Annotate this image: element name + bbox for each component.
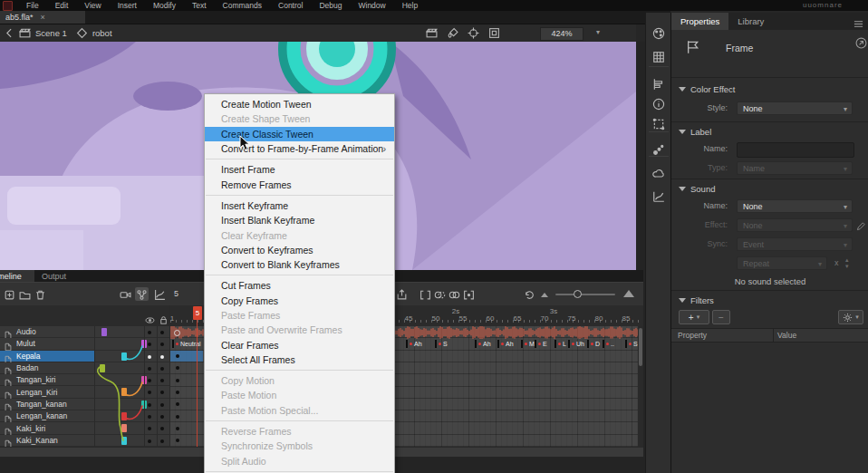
zoom-in-frames-icon[interactable] bbox=[623, 290, 634, 297]
frame-label-ah[interactable]: Ah bbox=[497, 339, 514, 349]
close-icon[interactable]: × bbox=[41, 13, 45, 22]
brushes-icon[interactable] bbox=[652, 143, 665, 156]
layer-name-zone[interactable]: Kaki_kiri bbox=[0, 422, 94, 433]
new-folder-button[interactable] bbox=[19, 288, 31, 300]
new-layer-button[interactable] bbox=[4, 288, 15, 300]
eye-icon[interactable] bbox=[145, 313, 155, 323]
document-tab[interactable]: ab5.fla* × bbox=[0, 11, 85, 24]
playhead[interactable]: 5 bbox=[193, 306, 202, 320]
menu-item-select-all-frames[interactable]: Select All Frames bbox=[205, 352, 394, 367]
onion-skin-button[interactable] bbox=[434, 288, 446, 300]
panel-menu-icon[interactable] bbox=[854, 16, 863, 26]
empty-keyframe-icon[interactable] bbox=[174, 330, 180, 336]
menu-control[interactable]: Control bbox=[270, 0, 311, 11]
menu-edit[interactable]: Edit bbox=[47, 0, 77, 11]
breadcrumb-symbol[interactable]: robot bbox=[92, 28, 112, 38]
frame-label-l[interactable]: L bbox=[555, 339, 566, 349]
menu-item-copy-frames[interactable]: Copy Frames bbox=[205, 294, 394, 308]
menu-item-convert-to-frame-by-frame-animation[interactable]: Convert to Frame-by-Frame Animation› bbox=[205, 141, 394, 156]
add-filter-button[interactable]: +▾ bbox=[679, 310, 709, 324]
zoom-out-frames-icon[interactable] bbox=[541, 293, 548, 297]
menu-item-create-motion-tween[interactable]: Create Motion Tween bbox=[205, 97, 394, 111]
back-icon[interactable] bbox=[4, 27, 15, 39]
frame-label-s[interactable]: S bbox=[625, 339, 638, 349]
menu-window[interactable]: Window bbox=[350, 0, 393, 11]
breadcrumb-scene[interactable]: Scene 1 bbox=[35, 28, 67, 38]
transform-icon[interactable] bbox=[652, 118, 665, 130]
menu-item-clear-frames[interactable]: Clear Frames bbox=[205, 337, 394, 352]
onion-outline-button[interactable] bbox=[448, 288, 460, 300]
menu-insert[interactable]: Insert bbox=[110, 0, 145, 11]
zoom-level-input[interactable]: 424% bbox=[540, 27, 583, 41]
timeline-scrollbar[interactable] bbox=[638, 326, 643, 447]
layer-name-zone[interactable]: Tangan_kanan bbox=[0, 399, 94, 410]
reset-zoom-button[interactable] bbox=[524, 288, 535, 300]
menu-item-create-classic-tween[interactable]: Create Classic Tween bbox=[205, 127, 394, 141]
tab-library[interactable]: Library bbox=[728, 13, 773, 30]
layer-name-zone[interactable]: Kaki_Kanan bbox=[0, 435, 94, 446]
help-link-icon[interactable] bbox=[855, 36, 867, 48]
swatches-icon[interactable] bbox=[652, 51, 665, 63]
graph-editor-button[interactable] bbox=[154, 288, 166, 300]
layer-name-zone[interactable]: Mulut bbox=[0, 338, 94, 349]
menu-item-insert-blank-keyframe[interactable]: Insert Blank Keyframe bbox=[205, 213, 394, 227]
menu-text[interactable]: Text bbox=[184, 0, 215, 11]
crosshair-icon[interactable] bbox=[468, 27, 479, 39]
scrollbar-thumb[interactable] bbox=[639, 328, 642, 366]
section-color-effect[interactable]: Color Effect bbox=[679, 84, 735, 94]
layer-name-zone[interactable]: Kepala bbox=[0, 351, 94, 362]
layer-name-zone[interactable]: Audio bbox=[0, 326, 94, 337]
layer-name-zone[interactable]: Badan bbox=[0, 362, 94, 373]
timeline-zoom-knob[interactable] bbox=[574, 290, 582, 298]
center-frame-button[interactable] bbox=[396, 288, 408, 300]
label-name-input[interactable] bbox=[737, 142, 854, 158]
remove-filter-button[interactable]: − bbox=[712, 310, 730, 324]
menu-help[interactable]: Help bbox=[394, 0, 426, 11]
loop-range-button[interactable] bbox=[420, 288, 431, 300]
frame-label-uh[interactable]: Uh bbox=[568, 339, 584, 349]
paint-icon[interactable] bbox=[447, 27, 458, 39]
layer-name-zone[interactable]: Lengan_Kiri bbox=[0, 386, 94, 397]
parenting-view-button[interactable] bbox=[135, 287, 149, 301]
menu-item-insert-keyframe[interactable]: Insert Keyframe bbox=[205, 198, 394, 213]
section-filters[interactable]: Filters bbox=[679, 295, 714, 305]
align-icon[interactable] bbox=[652, 78, 665, 91]
color-icon[interactable] bbox=[652, 27, 665, 40]
menu-view[interactable]: View bbox=[76, 0, 109, 11]
section-sound[interactable]: Sound bbox=[679, 184, 715, 194]
keyframe-dot[interactable] bbox=[176, 379, 179, 382]
motion-editor-icon[interactable] bbox=[652, 190, 665, 203]
camera-small-icon[interactable] bbox=[426, 27, 438, 39]
filter-options-button[interactable]: ▾ bbox=[838, 310, 863, 324]
frame-label-[interactable]: .. bbox=[603, 339, 614, 349]
frame-label-d[interactable]: D bbox=[587, 339, 600, 349]
tab-output[interactable]: Output bbox=[34, 270, 73, 282]
menu-item-remove-frames[interactable]: Remove Frames bbox=[205, 177, 394, 191]
lock-icon[interactable] bbox=[159, 313, 169, 323]
keyframe-dot[interactable] bbox=[176, 427, 179, 430]
keyframe-dot[interactable] bbox=[176, 415, 179, 419]
edit-envelope-icon[interactable] bbox=[856, 218, 866, 228]
clip-bounds-icon[interactable] bbox=[488, 27, 500, 39]
section-label[interactable]: Label bbox=[679, 127, 711, 137]
frame-label-e[interactable]: E bbox=[535, 339, 547, 349]
menu-file[interactable]: File bbox=[18, 0, 47, 11]
tab-properties[interactable]: Properties bbox=[671, 13, 728, 30]
cc-libraries-icon[interactable] bbox=[652, 168, 665, 180]
frame-label-m[interactable]: M bbox=[521, 339, 535, 349]
tab-timeline[interactable]: Timeline bbox=[0, 270, 34, 282]
layer-name-zone[interactable]: Tangan_kiri bbox=[0, 374, 94, 385]
info-icon[interactable] bbox=[652, 98, 665, 111]
zoom-chevron-icon[interactable]: ▾ bbox=[596, 28, 600, 36]
menu-item-convert-to-keyframes[interactable]: Convert to Keyframes bbox=[205, 243, 394, 257]
frame-label-s[interactable]: S bbox=[435, 339, 448, 349]
menu-item-convert-to-blank-keyframes[interactable]: Convert to Blank Keyframes bbox=[205, 257, 394, 272]
keyframe-dot[interactable] bbox=[176, 391, 179, 394]
menu-commands[interactable]: Commands bbox=[215, 0, 270, 11]
frame-label-ah[interactable]: Ah bbox=[475, 339, 491, 349]
style-dropdown[interactable]: None▾ bbox=[737, 101, 853, 115]
timeline-zoom-slider[interactable] bbox=[555, 294, 615, 295]
menu-modify[interactable]: Modify bbox=[145, 0, 184, 11]
camera-button[interactable] bbox=[120, 288, 131, 300]
frame-label-ah[interactable]: Ah bbox=[406, 339, 422, 349]
